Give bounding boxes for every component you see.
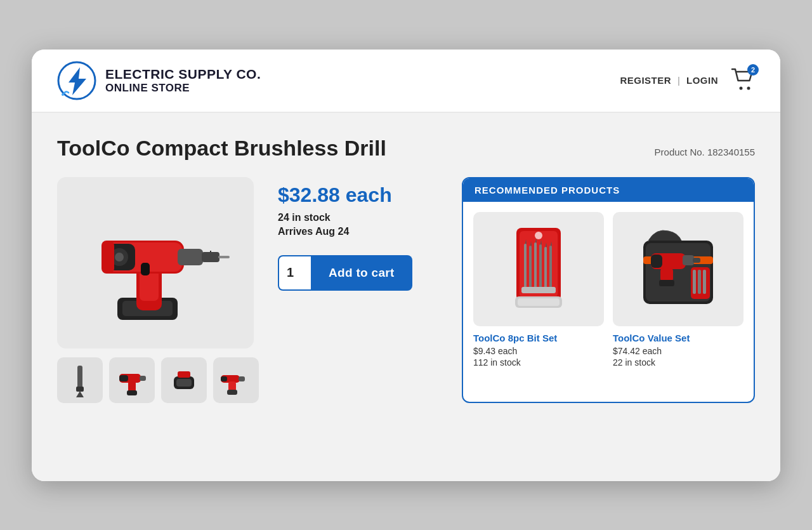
brand-sub: ONLINE STORE bbox=[105, 82, 261, 95]
svg-rect-28 bbox=[176, 379, 192, 387]
drill-main-svg bbox=[79, 193, 232, 333]
svg-rect-38 bbox=[524, 244, 527, 288]
thumb-1[interactable] bbox=[57, 357, 103, 403]
svg-rect-57 bbox=[651, 255, 662, 268]
brand-text: ELECTRIC SUPPLY CO. ONLINE STORE bbox=[105, 67, 261, 95]
site-header: ELECTRIC SUPPLY CO. ONLINE STORE REGISTE… bbox=[32, 50, 780, 113]
cart-count-badge: 2 bbox=[747, 64, 759, 76]
app-window: ELECTRIC SUPPLY CO. ONLINE STORE REGISTE… bbox=[32, 50, 780, 481]
svg-rect-41 bbox=[539, 244, 542, 289]
rec-price-1: $9.43 each bbox=[473, 346, 604, 356]
svg-point-2 bbox=[740, 86, 743, 89]
svg-rect-26 bbox=[127, 390, 137, 395]
product-number: Product No. 182340155 bbox=[655, 147, 755, 157]
thumb-2[interactable] bbox=[109, 357, 155, 403]
svg-marker-21 bbox=[76, 391, 84, 397]
cart-button[interactable]: 2 bbox=[731, 68, 755, 93]
svg-rect-39 bbox=[529, 246, 532, 289]
product-layout: $32.88 each 24 in stock Arrives Aug 24 A… bbox=[57, 177, 755, 403]
product-stock: 24 in stock bbox=[278, 212, 443, 223]
thumbnail-row bbox=[57, 357, 259, 403]
main-product-image bbox=[57, 177, 254, 348]
svg-rect-43 bbox=[549, 246, 552, 288]
rec-item-1[interactable]: ToolCo 8pc Bit Set $9.43 each 112 in sto… bbox=[473, 212, 604, 368]
svg-rect-52 bbox=[518, 298, 560, 306]
rec-image-1 bbox=[473, 212, 604, 326]
svg-rect-13 bbox=[218, 256, 230, 258]
rec-image-2 bbox=[613, 212, 743, 326]
product-header: ToolCo Compact Brushless Drill Product N… bbox=[57, 136, 755, 161]
rec-stock-1: 112 in stock bbox=[473, 357, 604, 368]
svg-rect-60 bbox=[660, 268, 673, 282]
recommended-header: RECOMMENDED PRODUCTS bbox=[463, 178, 754, 202]
svg-rect-42 bbox=[544, 247, 547, 288]
svg-rect-40 bbox=[534, 242, 537, 288]
svg-rect-31 bbox=[221, 376, 227, 381]
add-to-cart-button[interactable]: Add to cart bbox=[311, 255, 412, 291]
recommended-panel: RECOMMENDED PRODUCTS bbox=[462, 177, 755, 403]
add-to-cart-row: Add to cart bbox=[278, 255, 443, 291]
page-content: ToolCo Compact Brushless Drill Product N… bbox=[32, 113, 780, 481]
svg-rect-18 bbox=[102, 241, 114, 274]
register-link[interactable]: REGISTER bbox=[620, 75, 671, 86]
logo-area: ELECTRIC SUPPLY CO. ONLINE STORE bbox=[57, 61, 261, 100]
svg-rect-29 bbox=[178, 371, 190, 378]
svg-rect-17 bbox=[141, 263, 150, 275]
rec-name-1: ToolCo 8pc Bit Set bbox=[473, 333, 604, 343]
svg-rect-50 bbox=[521, 287, 556, 293]
svg-point-3 bbox=[747, 86, 750, 89]
login-link[interactable]: LOGIN bbox=[686, 75, 718, 86]
svg-rect-65 bbox=[703, 270, 706, 294]
product-images bbox=[57, 177, 259, 403]
thumb-3[interactable] bbox=[161, 357, 207, 403]
nav-divider: | bbox=[678, 75, 680, 86]
svg-rect-58 bbox=[683, 255, 694, 265]
svg-rect-20 bbox=[76, 387, 84, 392]
svg-rect-10 bbox=[178, 249, 203, 265]
quantity-input[interactable] bbox=[278, 255, 311, 291]
svg-point-37 bbox=[535, 232, 542, 239]
thumb-4[interactable] bbox=[213, 357, 259, 403]
svg-rect-24 bbox=[140, 376, 146, 381]
svg-rect-23 bbox=[119, 375, 128, 381]
svg-rect-11 bbox=[202, 252, 219, 262]
rec-item-2[interactable]: ToolCo Value Set $74.42 each 22 in stock bbox=[613, 212, 743, 368]
svg-point-16 bbox=[115, 253, 124, 262]
product-title: ToolCo Compact Brushless Drill bbox=[57, 136, 386, 161]
header-right: REGISTER | LOGIN 2 bbox=[620, 68, 755, 93]
recommended-body: ToolCo 8pc Bit Set $9.43 each 112 in sto… bbox=[463, 202, 754, 378]
logo-icon bbox=[57, 61, 96, 100]
rec-price-2: $74.42 each bbox=[613, 346, 743, 356]
rec-stock-2: 22 in stock bbox=[613, 357, 743, 368]
svg-rect-32 bbox=[239, 376, 245, 381]
product-info: $32.88 each 24 in stock Arrives Aug 24 A… bbox=[278, 177, 443, 403]
svg-rect-19 bbox=[77, 366, 82, 388]
svg-rect-34 bbox=[227, 390, 237, 395]
brand-name: ELECTRIC SUPPLY CO. bbox=[105, 67, 261, 82]
product-price: $32.88 each bbox=[278, 183, 443, 207]
svg-rect-59 bbox=[693, 258, 700, 263]
product-arrives: Arrives Aug 24 bbox=[278, 226, 443, 237]
rec-name-2: ToolCo Value Set bbox=[613, 333, 743, 343]
svg-rect-61 bbox=[659, 280, 674, 286]
svg-rect-64 bbox=[698, 270, 701, 294]
svg-rect-63 bbox=[693, 270, 696, 294]
svg-point-1 bbox=[62, 93, 64, 96]
header-nav: REGISTER | LOGIN bbox=[620, 75, 718, 86]
